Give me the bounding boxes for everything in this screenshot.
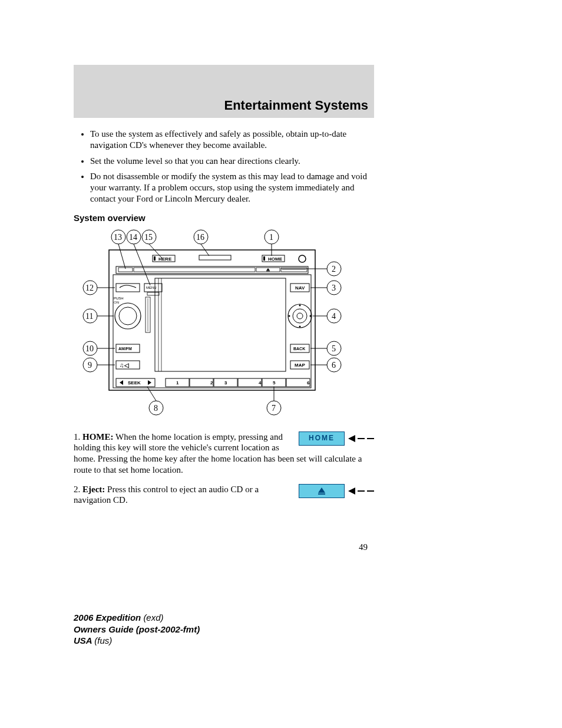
svg-text:13: 13 [114, 233, 122, 242]
arrow-icon [348, 435, 374, 442]
svg-text:1: 1 [176, 380, 179, 386]
svg-text:5: 5 [332, 344, 336, 353]
bullet-item: To use the system as effectively and saf… [90, 129, 374, 151]
svg-text:4: 4 [332, 312, 336, 321]
seek-right-icon [148, 380, 151, 385]
svg-point-30 [299, 304, 301, 306]
svg-point-27 [288, 304, 312, 328]
svg-rect-2 [199, 255, 231, 260]
svg-text:3: 3 [332, 284, 336, 292]
eject-icon [266, 268, 270, 271]
item-1: HOME 1. HOME: When the home location is … [74, 431, 374, 476]
svg-text:1: 1 [269, 233, 273, 242]
phone-icon [120, 285, 136, 288]
preset-buttons: 1 2 3 4 5 6 [166, 378, 310, 387]
svg-point-7 [299, 255, 306, 262]
page-number: 49 [359, 542, 368, 552]
svg-rect-23 [155, 278, 286, 371]
item-label: Eject: [82, 485, 105, 494]
section-title: Entertainment Systems [224, 98, 368, 113]
item-number: 1. [74, 432, 82, 442]
svg-line-51 [118, 244, 125, 269]
selector-knob [288, 304, 312, 328]
svg-text:3: 3 [224, 380, 227, 386]
on-label: ON [114, 301, 119, 304]
footer-region: USA [74, 635, 94, 645]
bullet-item: Do not disassemble or modify the system … [90, 171, 374, 204]
svg-text:10: 10 [85, 344, 94, 353]
footer-guide: Owners Guide (post-2002-fmt) [74, 624, 200, 634]
page: Entertainment Systems To use the system … [0, 0, 562, 65]
arrow-icon [348, 487, 374, 495]
map-button: MAP [295, 363, 305, 368]
svg-text:2: 2 [332, 265, 336, 274]
svg-line-57 [149, 244, 162, 258]
svg-text:12: 12 [85, 284, 94, 292]
home-graphic: HOME [299, 431, 374, 446]
media-icon: ♫◁ [120, 362, 129, 368]
footer-model: 2006 Expedition [74, 612, 143, 622]
svg-rect-10 [134, 268, 255, 272]
footer-model-code: (exd) [143, 612, 163, 622]
svg-text:6: 6 [332, 361, 336, 370]
svg-line-84 [147, 387, 156, 401]
push-label: PUSH [114, 297, 124, 300]
home-button: HOME [268, 256, 283, 262]
svg-text:15: 15 [144, 233, 153, 242]
header-bar: Entertainment Systems [74, 65, 374, 118]
svg-rect-6 [263, 256, 265, 261]
footer: 2006 Expedition (exd) Owners Guide (post… [74, 612, 200, 647]
svg-text:2: 2 [210, 380, 213, 386]
svg-text:16: 16 [196, 233, 204, 242]
here-button: HERE [158, 256, 172, 262]
svg-text:7: 7 [272, 404, 276, 413]
svg-rect-4 [154, 256, 156, 261]
home-button-graphic: HOME [299, 431, 345, 446]
svg-rect-1 [113, 275, 311, 388]
eject-icon [318, 487, 325, 495]
svg-rect-47 [286, 378, 310, 387]
item-2: 2. Eject: Press this control to eject an… [74, 484, 374, 506]
eject-button-graphic [299, 484, 345, 498]
bullet-item: Set the volume level so that you can hea… [90, 156, 374, 167]
amfm-button: AM/FM [118, 347, 132, 351]
seek-left-icon [120, 380, 123, 385]
item-label: HOME: [82, 432, 114, 442]
item-number: 2. [74, 485, 82, 494]
system-diagram: HERE HOME [80, 226, 345, 423]
subheading: System overview [74, 213, 374, 223]
svg-rect-43 [238, 378, 262, 387]
seek-button: SEEK [128, 380, 141, 386]
svg-point-32 [289, 315, 290, 317]
svg-point-28 [293, 309, 307, 323]
svg-text:4: 4 [259, 380, 262, 386]
svg-text:8: 8 [154, 404, 158, 413]
svg-rect-17 [147, 292, 159, 295]
svg-point-18 [119, 307, 137, 325]
back-button: BACK [293, 347, 305, 351]
svg-text:6: 6 [307, 380, 310, 386]
svg-rect-39 [190, 378, 213, 387]
svg-point-33 [310, 315, 312, 317]
svg-text:5: 5 [273, 380, 276, 386]
svg-text:11: 11 [85, 312, 93, 321]
footer-region-code: (fus) [94, 635, 112, 645]
svg-point-29 [297, 313, 303, 319]
eject-graphic [299, 484, 374, 498]
svg-text:14: 14 [129, 233, 137, 242]
bullet-list: To use the system as effectively and saf… [74, 129, 374, 205]
svg-rect-13 [281, 268, 307, 272]
svg-text:9: 9 [88, 361, 92, 370]
nav-button: NAV [295, 285, 305, 291]
svg-point-31 [299, 325, 301, 327]
content-area: To use the system as effectively and saf… [74, 129, 374, 506]
